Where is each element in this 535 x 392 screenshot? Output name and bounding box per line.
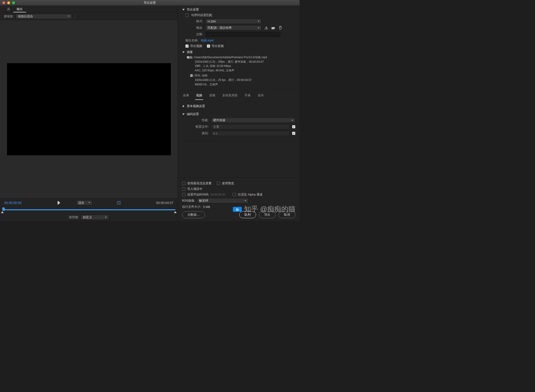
tab-captions[interactable]: 字幕 bbox=[244, 91, 251, 100]
profile-select: 主要 bbox=[211, 124, 290, 129]
alpha-only-checkbox[interactable] bbox=[233, 193, 236, 196]
match-sequence-label: 与序列设置匹配 bbox=[191, 13, 212, 17]
summary-title: 摘要 bbox=[187, 50, 193, 54]
playbar: 00:00:00:00 适合 00:00:04:07 bbox=[0, 198, 178, 207]
import-project-checkbox[interactable] bbox=[182, 187, 185, 191]
level-auto-checkbox[interactable] bbox=[292, 132, 295, 135]
interp-label: 时间插值: bbox=[182, 199, 195, 203]
tab-multiplexer[interactable]: 多路复用器 bbox=[221, 91, 238, 100]
out-point-icon[interactable] bbox=[174, 211, 177, 213]
perf-label: 性能: bbox=[190, 118, 209, 122]
delete-preset-icon[interactable] bbox=[278, 25, 283, 30]
format-select[interactable]: H.264 bbox=[205, 19, 262, 24]
comment-label: 注释: bbox=[190, 32, 203, 37]
import-preset-icon[interactable] bbox=[271, 25, 276, 30]
summary-block: 输出: /Users/fqh/Documents/Adobe/Premiere … bbox=[187, 55, 295, 87]
set-start-tc-checkbox[interactable] bbox=[182, 193, 185, 196]
zoom-fit-select[interactable]: 适合 bbox=[76, 200, 92, 205]
play-button[interactable] bbox=[56, 201, 62, 205]
twirl-export-settings[interactable] bbox=[182, 8, 185, 11]
perf-select[interactable]: 硬件加速 bbox=[211, 118, 295, 123]
export-audio-label: 导出音频 bbox=[212, 44, 224, 48]
source-scaling-select[interactable]: 缩放以适合 bbox=[16, 14, 72, 19]
tab-audio[interactable]: 音频 bbox=[208, 91, 216, 100]
twirl-basic-video[interactable] bbox=[182, 105, 185, 107]
level-select: 4.1 bbox=[211, 131, 290, 136]
use-preview-checkbox[interactable] bbox=[217, 182, 220, 185]
metadata-button[interactable]: 元数据… bbox=[182, 211, 205, 218]
start-tc-display: 00:00:00:00 bbox=[210, 193, 225, 196]
svg-rect-1 bbox=[118, 202, 120, 204]
est-size-value: 5 MB bbox=[203, 205, 210, 209]
cancel-button[interactable]: 取消 bbox=[279, 211, 295, 218]
minimize-window[interactable] bbox=[7, 1, 10, 4]
export-audio-checkbox[interactable] bbox=[207, 44, 210, 48]
source-range-label: 源范围: bbox=[69, 215, 79, 219]
timeline[interactable] bbox=[0, 207, 178, 214]
in-point-icon[interactable] bbox=[1, 211, 4, 213]
preview-pane: 源 输出 源缩放: 缩放以适合 00:00:00:00 适合 00:00:04:… bbox=[0, 6, 178, 221]
titlebar: 导出设置 bbox=[0, 0, 300, 6]
encoding-title: 编码设置 bbox=[187, 112, 199, 116]
settings-tabs: 效果 视频 音频 多路复用器 字幕 发布 bbox=[178, 90, 300, 100]
save-preset-icon[interactable] bbox=[264, 25, 269, 30]
timecode-start[interactable]: 00:00:00:00 bbox=[4, 201, 22, 205]
timecode-end: 00:00:04:07 bbox=[156, 201, 173, 205]
maximize-window[interactable] bbox=[12, 1, 15, 4]
preset-select[interactable]: 匹配源 - 高比特率 bbox=[205, 25, 262, 30]
playhead[interactable] bbox=[2, 207, 5, 211]
tab-video[interactable]: 视频 bbox=[195, 91, 203, 100]
level-label: 级别: bbox=[190, 131, 209, 135]
aspect-toggle[interactable] bbox=[116, 201, 122, 205]
tab-output[interactable]: 输出 bbox=[13, 6, 26, 12]
source-range-select[interactable]: 自定义 bbox=[81, 215, 109, 220]
export-video-label: 导出视频 bbox=[190, 44, 202, 48]
profile-label: 配置文件: bbox=[190, 125, 209, 129]
format-label: 格式: bbox=[190, 19, 203, 23]
output-name-link[interactable]: 动画.mp4 bbox=[201, 38, 214, 42]
close-window[interactable] bbox=[2, 1, 5, 4]
tab-effects[interactable]: 效果 bbox=[182, 91, 190, 100]
export-settings-title: 导出设置 bbox=[187, 8, 199, 12]
tab-publish[interactable]: 发布 bbox=[257, 91, 265, 100]
interp-select[interactable]: 帧采样 bbox=[197, 198, 249, 203]
video-preview[interactable] bbox=[0, 20, 178, 198]
window-title: 导出设置 bbox=[144, 1, 156, 5]
export-video-checkbox[interactable] bbox=[185, 44, 189, 48]
preview-tabs: 源 输出 bbox=[0, 6, 178, 13]
profile-auto-checkbox[interactable] bbox=[292, 125, 295, 128]
est-size-label: 估计文件大小: bbox=[182, 205, 201, 209]
tab-source[interactable]: 源 bbox=[4, 6, 13, 12]
output-name-label: 输出名称: bbox=[185, 38, 199, 42]
comment-input[interactable] bbox=[205, 32, 280, 37]
twirl-summary[interactable] bbox=[182, 51, 185, 53]
twirl-encoding[interactable] bbox=[182, 113, 185, 115]
basic-video-title: 基本视频设置 bbox=[187, 104, 205, 108]
max-quality-checkbox[interactable] bbox=[182, 182, 185, 185]
export-button[interactable]: 导出 bbox=[259, 211, 276, 218]
queue-button[interactable]: 队列 bbox=[239, 211, 256, 218]
bottom-panel: 使用最高渲染质量 使用预览 导入项目中 设置开始时间码 00:00:00:00 … bbox=[178, 177, 300, 221]
preset-label: 预设: bbox=[190, 26, 203, 30]
match-sequence-checkbox[interactable] bbox=[185, 14, 189, 17]
source-scaling-label: 源缩放: bbox=[4, 14, 14, 19]
